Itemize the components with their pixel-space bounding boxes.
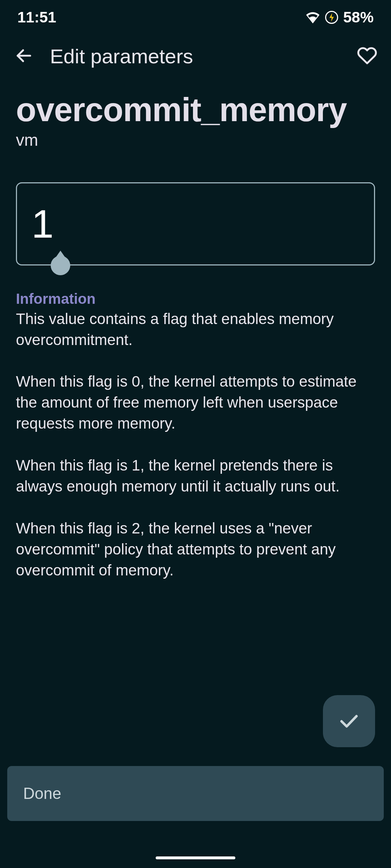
value-text: 1 — [31, 201, 54, 247]
back-button[interactable] — [13, 45, 35, 67]
arrow-left-icon — [14, 46, 33, 66]
information-body: This value contains a flag that enables … — [16, 309, 375, 581]
apply-button[interactable] — [323, 695, 375, 747]
check-icon — [338, 710, 360, 733]
heart-icon — [357, 46, 377, 67]
parameter-name: overcommit_memory — [16, 92, 375, 127]
done-button[interactable]: Done — [7, 766, 384, 821]
wifi-icon — [306, 11, 320, 24]
app-bar: Edit parameters — [0, 34, 391, 78]
page-title: Edit parameters — [50, 44, 341, 68]
battery-saver-icon — [325, 11, 338, 24]
parameter-category: vm — [16, 130, 375, 150]
value-input[interactable]: 1 — [16, 182, 375, 265]
favorite-button[interactable] — [356, 45, 378, 67]
information-heading: Information — [16, 291, 375, 307]
battery-percentage: 58% — [343, 9, 374, 26]
text-cursor-handle[interactable] — [51, 256, 70, 275]
status-time: 11:51 — [17, 9, 56, 26]
status-bar: 11:51 58% — [0, 0, 391, 34]
status-right: 58% — [306, 9, 374, 26]
content: overcommit_memory vm 1 Information This … — [0, 78, 391, 581]
done-label: Done — [23, 784, 61, 803]
navigation-handle[interactable] — [156, 856, 235, 859]
